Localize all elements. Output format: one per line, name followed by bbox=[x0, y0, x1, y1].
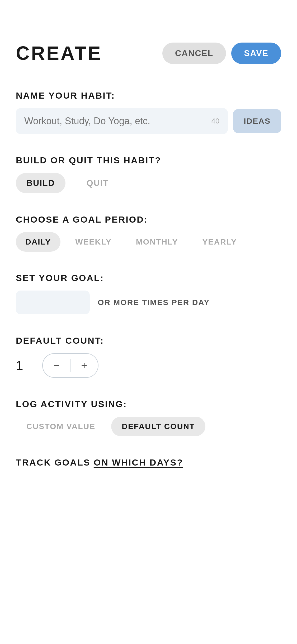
custom-value-button[interactable]: CUSTOM VALUE bbox=[16, 417, 106, 436]
count-value: 1 bbox=[16, 358, 32, 373]
track-goals-section: TRACK GOALS ON WHICH DAYS? bbox=[16, 457, 281, 468]
log-activity-label: LOG ACTIVITY USING: bbox=[16, 399, 281, 409]
save-button[interactable]: SAVE bbox=[231, 43, 281, 64]
cancel-button[interactable]: CANCEL bbox=[162, 43, 226, 64]
build-quit-label: BUILD OR QUIT THIS HABIT? bbox=[16, 155, 281, 165]
char-count: 40 bbox=[211, 117, 219, 125]
header-actions: CANCEL SAVE bbox=[162, 43, 281, 64]
quit-button[interactable]: QUIT bbox=[76, 173, 119, 193]
track-goals-label: TRACK GOALS ON WHICH DAYS? bbox=[16, 457, 281, 468]
build-quit-toggle-group: BUILD QUIT bbox=[16, 173, 281, 193]
daily-button[interactable]: DAILY bbox=[16, 232, 60, 252]
goal-row: OR MORE TIMES PER DAY bbox=[16, 291, 281, 314]
count-controls: − + bbox=[42, 353, 98, 378]
monthly-button[interactable]: MONTHLY bbox=[126, 232, 188, 252]
habit-name-input[interactable] bbox=[24, 116, 207, 127]
build-quit-section: BUILD OR QUIT THIS HABIT? BUILD QUIT bbox=[16, 155, 281, 193]
goal-period-section: CHOOSE A GOAL PERIOD: DAILY WEEKLY MONTH… bbox=[16, 214, 281, 252]
set-goal-label: SET YOUR GOAL: bbox=[16, 273, 281, 283]
track-goals-underlined-text: ON WHICH DAYS? bbox=[94, 457, 183, 467]
name-habit-label: NAME YOUR HABIT: bbox=[16, 90, 281, 101]
name-input-row: 40 IDEAS bbox=[16, 108, 281, 134]
name-habit-section: NAME YOUR HABIT: 40 IDEAS bbox=[16, 90, 281, 134]
log-activity-toggle-group: CUSTOM VALUE DEFAULT COUNT bbox=[16, 417, 281, 436]
yearly-button[interactable]: YEARLY bbox=[193, 232, 246, 252]
log-activity-section: LOG ACTIVITY USING: CUSTOM VALUE DEFAULT… bbox=[16, 399, 281, 436]
default-count-section: DEFAULT COUNT: 1 − + bbox=[16, 335, 281, 378]
goal-input[interactable] bbox=[24, 297, 81, 308]
goal-input-wrapper bbox=[16, 291, 90, 314]
track-goals-plain-text: TRACK GOALS bbox=[16, 457, 94, 467]
weekly-button[interactable]: WEEKLY bbox=[66, 232, 121, 252]
decrement-button[interactable]: − bbox=[43, 354, 70, 377]
set-goal-section: SET YOUR GOAL: OR MORE TIMES PER DAY bbox=[16, 273, 281, 314]
ideas-button[interactable]: IDEAS bbox=[233, 109, 281, 133]
goal-suffix: OR MORE TIMES PER DAY bbox=[98, 298, 210, 307]
name-input-wrapper: 40 bbox=[16, 108, 228, 134]
goal-period-label: CHOOSE A GOAL PERIOD: bbox=[16, 214, 281, 225]
page-title: CREATE bbox=[16, 42, 102, 64]
default-count-label: DEFAULT COUNT: bbox=[16, 335, 281, 346]
default-count-button[interactable]: DEFAULT COUNT bbox=[111, 417, 205, 436]
increment-button[interactable]: + bbox=[70, 354, 98, 377]
period-toggle-group: DAILY WEEKLY MONTHLY YEARLY bbox=[16, 232, 281, 252]
count-row: 1 − + bbox=[16, 353, 281, 378]
build-button[interactable]: BUILD bbox=[16, 173, 65, 193]
page-header: CREATE CANCEL SAVE bbox=[16, 42, 281, 64]
